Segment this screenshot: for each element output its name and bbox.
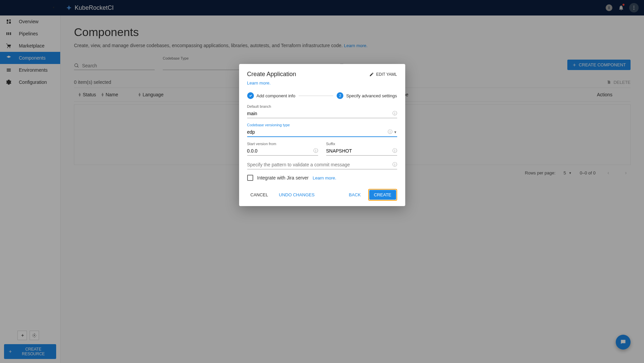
default-branch-input[interactable] xyxy=(247,111,392,116)
step-2[interactable]: 2 Specify advanced settings xyxy=(337,92,397,99)
create-application-dialog: Create Application EDIT YAML Learn more.… xyxy=(239,64,405,206)
cancel-button[interactable]: CANCEL xyxy=(247,190,272,199)
start-version-label: Start version from xyxy=(247,142,318,146)
start-version-field: Start version from ⓘ xyxy=(247,142,318,156)
dialog-title: Create Application xyxy=(247,71,296,78)
stepper: Add component info 2 Specify advanced se… xyxy=(247,92,397,99)
step-number-icon: 2 xyxy=(337,92,343,99)
create-button-highlight: CREATE xyxy=(368,189,397,201)
default-branch-label: Default branch xyxy=(247,104,397,108)
info-icon[interactable]: ⓘ xyxy=(392,162,397,168)
commit-pattern-input[interactable] xyxy=(247,162,392,167)
back-button[interactable]: BACK xyxy=(345,190,364,199)
edit-yaml-button[interactable]: EDIT YAML xyxy=(369,72,397,77)
info-icon[interactable]: ⓘ xyxy=(392,148,397,154)
default-branch-field: Default branch ⓘ xyxy=(247,104,397,118)
modal-overlay[interactable]: Create Application EDIT YAML Learn more.… xyxy=(0,0,644,363)
dialog-learn-more-link[interactable]: Learn more. xyxy=(247,80,271,86)
jira-learn-more-link[interactable]: Learn more. xyxy=(313,175,336,180)
suffix-input[interactable] xyxy=(326,148,392,154)
versioning-type-field: Codebase versioning type ⓘ ▼ xyxy=(247,123,397,137)
start-version-input[interactable] xyxy=(247,148,313,154)
create-button[interactable]: CREATE xyxy=(369,190,396,200)
commit-pattern-field: ⓘ xyxy=(247,160,397,169)
suffix-label: Suffix xyxy=(326,142,397,146)
jira-label: Integrate with Jira server xyxy=(257,175,309,180)
versioning-type-label: Codebase versioning type xyxy=(247,123,397,127)
suffix-field: Suffix ⓘ xyxy=(326,142,397,156)
jira-checkbox[interactable] xyxy=(247,175,253,181)
pencil-icon xyxy=(369,72,374,77)
versioning-type-select[interactable] xyxy=(247,129,388,135)
chevron-down-icon[interactable]: ▼ xyxy=(394,130,397,134)
undo-changes-button[interactable]: UNDO CHANGES xyxy=(275,190,318,199)
step-connector xyxy=(299,96,333,96)
info-icon[interactable]: ⓘ xyxy=(388,129,392,135)
info-icon[interactable]: ⓘ xyxy=(313,148,318,154)
step-1[interactable]: Add component info xyxy=(247,92,296,99)
check-icon xyxy=(247,92,254,99)
info-icon[interactable]: ⓘ xyxy=(392,110,397,117)
